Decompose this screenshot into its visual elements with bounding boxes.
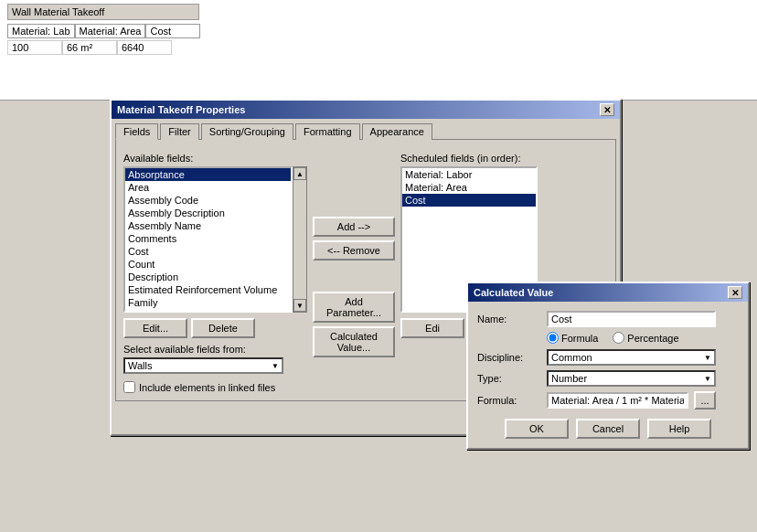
- type-value: Number: [551, 373, 587, 384]
- delete-button[interactable]: Delete: [191, 318, 255, 338]
- tab-fields[interactable]: Fields: [115, 123, 158, 140]
- available-fields-label: Available fields:: [123, 153, 307, 164]
- include-linked-checkbox-label[interactable]: Include elements in linked files: [123, 381, 307, 393]
- spreadsheet-title: Wall Material Takeoff: [7, 4, 199, 20]
- right-edit-button[interactable]: Edi: [400, 318, 464, 338]
- header-cell-2: Material: Area: [75, 24, 146, 38]
- available-fields-scrollbar[interactable]: ▲ ▼: [293, 166, 307, 313]
- available-fields-listbox-container: Absorptance Area Assembly Code Assembly …: [123, 166, 307, 313]
- header-cell-3: Cost: [145, 24, 200, 38]
- select-from-dropdown[interactable]: Walls ▼: [123, 357, 283, 374]
- scroll-up-arrow[interactable]: ▲: [293, 167, 306, 180]
- add-parameter-button[interactable]: Add Parameter...: [313, 292, 395, 323]
- list-item[interactable]: Cost: [402, 194, 536, 207]
- tab-filter[interactable]: Filter: [160, 123, 198, 140]
- main-dialog-titlebar: Material Takeoff Properties ✕: [112, 101, 620, 119]
- list-item[interactable]: Area: [125, 181, 291, 194]
- type-row: Type: Number ▼: [477, 370, 739, 387]
- tab-appearance[interactable]: Appearance: [362, 123, 432, 140]
- discipline-label: Discipline:: [477, 352, 541, 363]
- calc-dialog-content: Name: Formula Percentage Discipline: Com…: [468, 302, 748, 448]
- formula-radio-label[interactable]: Formula: [547, 332, 598, 344]
- calc-dialog-close-button[interactable]: ✕: [728, 286, 742, 299]
- formula-input[interactable]: [547, 392, 688, 409]
- calc-cancel-button[interactable]: Cancel: [576, 419, 640, 439]
- list-item[interactable]: Family and Type: [125, 309, 291, 313]
- scheduled-fields-label: Scheduled fields (in order):: [400, 153, 608, 164]
- spreadsheet-area: Wall Material Takeoff Material: Lab Mate…: [0, 0, 757, 101]
- list-item[interactable]: Material: Labor: [402, 168, 536, 181]
- data-cell-3: 6640: [117, 40, 172, 55]
- name-row: Name:: [477, 311, 739, 327]
- discipline-dropdown-arrow-icon: ▼: [704, 354, 711, 362]
- dropdown-arrow-icon: ▼: [272, 362, 279, 370]
- bottom-left-buttons: Edit... Delete: [123, 318, 307, 338]
- formula-row: Formula: ...: [477, 391, 739, 410]
- edit-button[interactable]: Edit...: [123, 318, 187, 338]
- calc-dialog-title: Calculated Value: [474, 287, 553, 298]
- browse-button[interactable]: ...: [694, 391, 716, 410]
- list-item[interactable]: Estimated Reinforcement Volume: [125, 283, 291, 296]
- scroll-down-arrow[interactable]: ▼: [293, 299, 306, 312]
- type-dropdown-arrow-icon: ▼: [704, 375, 711, 383]
- calc-dialog: Calculated Value ✕ Name: Formula Percent…: [466, 282, 750, 450]
- main-dialog-close-button[interactable]: ✕: [600, 103, 614, 116]
- discipline-value: Common: [551, 352, 592, 363]
- calc-dialog-footer: OK Cancel Help: [477, 419, 739, 439]
- type-label: Type:: [477, 373, 541, 384]
- select-from-section: Select available fields from: Walls ▼: [123, 344, 307, 374]
- include-linked-checkbox[interactable]: [123, 381, 135, 393]
- left-panel: Available fields: Absorptance Area Assem…: [123, 153, 307, 393]
- include-linked-label: Include elements in linked files: [139, 382, 275, 393]
- formula-field-label: Formula:: [477, 395, 541, 406]
- formula-radio[interactable]: [547, 332, 559, 344]
- include-linked-section: Include elements in linked files: [123, 381, 307, 393]
- percentage-label: Percentage: [627, 333, 678, 344]
- tab-formatting[interactable]: Formatting: [295, 123, 360, 140]
- calculated-value-button[interactable]: Calculated Value...: [313, 326, 395, 357]
- middle-buttons: Add --> <-- Remove Add Parameter... Calc…: [313, 153, 395, 393]
- add-button[interactable]: Add -->: [313, 217, 395, 237]
- spreadsheet-data-row: 100 66 m² 6640: [7, 40, 750, 55]
- data-cell-2: 66 m²: [62, 40, 117, 55]
- remove-button[interactable]: <-- Remove: [313, 240, 395, 261]
- name-label: Name:: [477, 314, 541, 325]
- list-item[interactable]: Assembly Name: [125, 219, 291, 232]
- list-item[interactable]: Description: [125, 271, 291, 283]
- list-item[interactable]: Absorptance: [125, 168, 291, 181]
- name-input[interactable]: [547, 311, 716, 327]
- formula-percentage-group: Formula Percentage: [547, 332, 739, 344]
- calc-help-button[interactable]: Help: [647, 419, 711, 439]
- spreadsheet-header-row: Material: Lab Material: Area Cost: [7, 24, 750, 38]
- type-dropdown[interactable]: Number ▼: [547, 370, 716, 387]
- extra-middle-buttons: Add Parameter... Calculated Value...: [313, 292, 395, 357]
- discipline-row: Discipline: Common ▼: [477, 349, 739, 366]
- select-from-label: Select available fields from:: [123, 344, 307, 355]
- calc-dialog-titlebar: Calculated Value ✕: [468, 283, 748, 302]
- select-from-value: Walls: [128, 360, 152, 371]
- available-fields-listbox[interactable]: Absorptance Area Assembly Code Assembly …: [123, 166, 293, 313]
- main-dialog-title: Material Takeoff Properties: [117, 104, 245, 115]
- list-item[interactable]: Assembly Code: [125, 194, 291, 207]
- list-item[interactable]: Cost: [125, 245, 291, 258]
- data-cell-1: 100: [7, 40, 62, 55]
- discipline-dropdown[interactable]: Common ▼: [547, 349, 716, 366]
- list-item[interactable]: Material: Area: [402, 181, 536, 194]
- main-dialog-tabs: Fields Filter Sorting/Grouping Formattin…: [112, 122, 620, 139]
- formula-label: Formula: [561, 333, 598, 344]
- calc-ok-button[interactable]: OK: [505, 419, 569, 439]
- list-item[interactable]: Comments: [125, 232, 291, 245]
- tab-sorting-grouping[interactable]: Sorting/Grouping: [201, 123, 293, 140]
- list-item[interactable]: Assembly Description: [125, 207, 291, 219]
- header-cell-1: Material: Lab: [7, 24, 75, 38]
- percentage-radio-label[interactable]: Percentage: [613, 332, 678, 344]
- list-item[interactable]: Family: [125, 296, 291, 309]
- list-item[interactable]: Count: [125, 258, 291, 271]
- percentage-radio[interactable]: [613, 332, 624, 344]
